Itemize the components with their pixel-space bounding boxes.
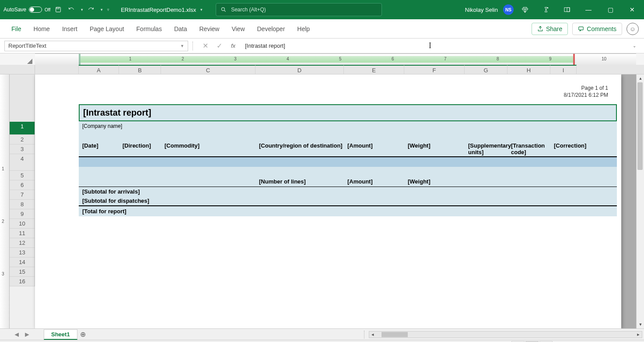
- coming-soon-icon[interactable]: [536, 2, 556, 18]
- maximize-button[interactable]: ▢: [600, 2, 620, 18]
- col-B[interactable]: B: [119, 65, 161, 74]
- svg-rect-6: [579, 27, 584, 30]
- company-name-cell[interactable]: [Company name]: [79, 121, 617, 131]
- vertical-ruler[interactable]: 1 2 3: [0, 74, 10, 328]
- redo-icon[interactable]: [86, 4, 96, 15]
- tab-page-layout[interactable]: Page Layout: [84, 19, 130, 39]
- minimize-button[interactable]: —: [578, 2, 598, 18]
- total-for-report[interactable]: [Total for report]: [79, 206, 617, 216]
- tab-view[interactable]: View: [225, 19, 251, 39]
- col-I[interactable]: I: [550, 65, 577, 74]
- undo-dropdown[interactable]: ▾: [81, 7, 83, 12]
- row-14[interactable]: 14: [10, 257, 35, 267]
- horizontal-ruler[interactable]: 1 2 3 4 5 6 7 8 9 10: [35, 53, 636, 65]
- sheet-tab-bar: ◄ ► Sheet1 ⊕ ◄ ►: [0, 328, 644, 340]
- ribbon-tabs: File Home Insert Page Layout Formulas Da…: [0, 19, 644, 39]
- row-1[interactable]: 1: [10, 122, 35, 135]
- autosave-toggle[interactable]: AutoSave Off: [4, 7, 50, 13]
- svg-rect-5: [567, 7, 570, 11]
- svg-rect-1: [57, 7, 59, 9]
- vertical-scrollbar[interactable]: ▲ ▼: [636, 74, 644, 328]
- tab-insert[interactable]: Insert: [56, 19, 84, 39]
- row-5[interactable]: 5: [10, 171, 35, 180]
- row-headers: 1 2 3 4 5 6 7 8 9 10 11 12 13 14 15 16: [10, 74, 35, 328]
- qat-customize[interactable]: ▿: [107, 7, 109, 12]
- sheet-nav-next[interactable]: ►: [24, 331, 31, 338]
- col-H[interactable]: H: [508, 65, 550, 74]
- row-2[interactable]: 2: [10, 135, 35, 145]
- filename-dropdown[interactable]: ▾: [200, 7, 203, 12]
- report-title-cell[interactable]: [Intrastat report]: [79, 104, 617, 121]
- column-headers: A B C D E F G H I: [0, 65, 644, 74]
- row-9[interactable]: 9: [10, 209, 35, 219]
- tab-data[interactable]: Data: [168, 19, 193, 39]
- col-F[interactable]: F: [404, 65, 465, 74]
- subtotal-dispatches[interactable]: [Subtotal for dispatches]: [79, 196, 617, 206]
- row-4[interactable]: 4: [10, 154, 35, 171]
- add-sheet-button[interactable]: ⊕: [77, 329, 89, 340]
- enter-formula-icon[interactable]: ✓: [214, 41, 225, 51]
- search-box[interactable]: Search (Alt+Q): [216, 3, 382, 16]
- row-15[interactable]: 15: [10, 267, 35, 277]
- row-6[interactable]: 6: [10, 180, 35, 190]
- title-bar: AutoSave Off ▾ ▾ ▿ ERIntrastatReportDemo…: [0, 0, 644, 19]
- svg-point-3: [547, 7, 549, 9]
- diamond-icon[interactable]: [515, 2, 535, 18]
- formula-input[interactable]: [242, 41, 630, 51]
- document-title: ERIntrastatReportDemo1.xlsx: [121, 7, 196, 13]
- summary-header-row[interactable]: [Number of lines] [Amount] [Weight]: [79, 176, 617, 187]
- status-bar: Ready ▦ Accessibility: Investigate Page:…: [0, 340, 644, 342]
- tab-formulas[interactable]: Formulas: [130, 19, 168, 39]
- tab-file[interactable]: File: [5, 19, 28, 39]
- tab-developer[interactable]: Developer: [251, 19, 291, 39]
- col-G[interactable]: G: [465, 65, 508, 74]
- search-placeholder: Search (Alt+Q): [231, 7, 266, 13]
- row-7[interactable]: 7: [10, 190, 35, 200]
- row-13[interactable]: 13: [10, 248, 35, 257]
- subtotal-arrivals[interactable]: [Subtotal for arrivals]: [79, 187, 617, 196]
- sheet-tab-sheet1[interactable]: Sheet1: [44, 329, 77, 340]
- user-name[interactable]: Nikolay Selin: [465, 7, 498, 13]
- row-16[interactable]: 16: [10, 277, 35, 286]
- row-11[interactable]: 11: [10, 229, 35, 238]
- save-icon[interactable]: [53, 4, 63, 15]
- col-E[interactable]: E: [344, 65, 404, 74]
- row-3[interactable]: 3: [10, 145, 35, 154]
- close-button[interactable]: ✕: [622, 2, 642, 18]
- svg-point-2: [221, 7, 224, 11]
- user-avatar[interactable]: NS: [503, 4, 514, 15]
- fx-icon[interactable]: fx: [228, 41, 239, 51]
- share-button[interactable]: Share: [532, 23, 568, 35]
- horizontal-scrollbar[interactable]: ◄ ►: [369, 331, 642, 338]
- row-8[interactable]: 8: [10, 200, 35, 209]
- sheet-nav-prev[interactable]: ◄: [13, 331, 20, 338]
- select-all-triangle[interactable]: [0, 53, 35, 65]
- page-timestamp: 8/17/2021 6:12 PM: [79, 92, 617, 98]
- col-A[interactable]: A: [79, 65, 119, 74]
- row-12[interactable]: 12: [10, 238, 35, 248]
- redo-dropdown[interactable]: ▾: [101, 7, 103, 12]
- undo-icon[interactable]: [66, 4, 77, 15]
- page-number: Page 1 of 1: [79, 85, 617, 91]
- comments-button[interactable]: Comments: [572, 23, 622, 35]
- col-D[interactable]: D: [256, 65, 344, 74]
- feedback-icon[interactable]: ☺: [626, 23, 639, 35]
- formula-expand[interactable]: ⌄: [633, 43, 640, 48]
- page-preview[interactable]: Page 1 of 1 8/17/2021 6:12 PM [Intrastat…: [35, 74, 621, 328]
- ribbon-display-icon[interactable]: [557, 2, 577, 18]
- worksheet-area: 1 2 3 1 2 3 4 5 6 7 8 9 10 11 12 13 14 1…: [0, 74, 644, 328]
- tab-home[interactable]: Home: [28, 19, 56, 39]
- horizontal-ruler-row: 1 2 3 4 5 6 7 8 9 10: [0, 53, 644, 65]
- name-box[interactable]: ReportTitleText ▼: [4, 41, 188, 51]
- tab-review[interactable]: Review: [193, 19, 226, 39]
- row-10[interactable]: 10: [10, 219, 35, 229]
- formula-bar: ReportTitleText ▼ ✕ ✓ fx I ⌄: [0, 39, 644, 53]
- cancel-formula-icon[interactable]: ✕: [200, 41, 211, 51]
- column-headers-row[interactable]: [Date] [Direction] [Commodity] [Country/…: [79, 141, 617, 157]
- tab-help[interactable]: Help: [291, 19, 316, 39]
- col-C[interactable]: C: [161, 65, 256, 74]
